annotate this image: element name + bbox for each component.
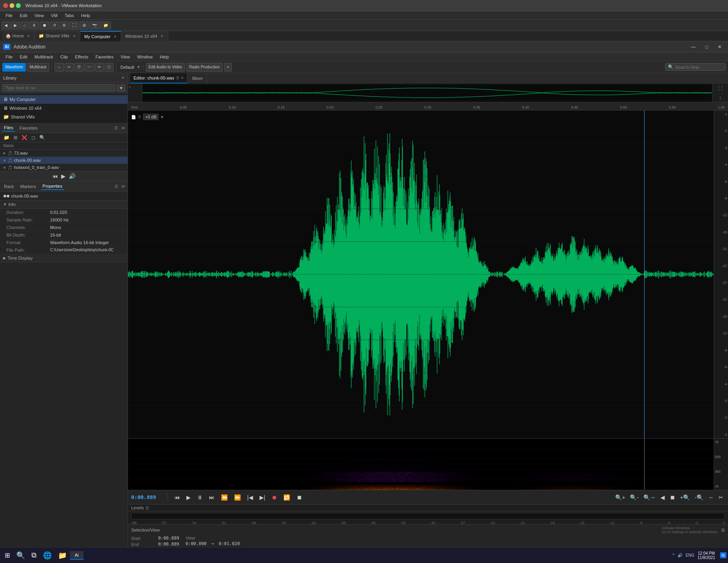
- toolbar-tool-freq[interactable]: 〰: [85, 63, 94, 72]
- props-tab-rack[interactable]: Rack: [2, 183, 15, 190]
- props-panel-menu[interactable]: ☰: [114, 184, 118, 188]
- transport-zoom-in2[interactable]: +🔍: [678, 493, 691, 501]
- minimize-dot[interactable]: [10, 3, 14, 8]
- sidebar-item-win10[interactable]: 🖥 Windows 10 x64: [0, 104, 128, 113]
- scroll-icon[interactable]: ↕: [719, 95, 722, 100]
- taskbar-systray-expand[interactable]: ^: [673, 553, 675, 557]
- waveform-canvas[interactable]: [128, 111, 714, 438]
- tab-win10-close[interactable]: ✕: [161, 34, 164, 38]
- editor-tab-mixer[interactable]: Mixer: [189, 73, 207, 83]
- library-search-input[interactable]: [2, 84, 116, 91]
- prev-btn[interactable]: ⏮: [52, 173, 58, 179]
- toolbar-tool-time[interactable]: ⏱: [74, 63, 84, 72]
- transport-stop-zoom[interactable]: ⏹: [668, 493, 677, 501]
- vm-tb-back[interactable]: ◀: [2, 21, 10, 29]
- volume-btn[interactable]: 🔊: [69, 173, 76, 179]
- taskbar-taskview-icon[interactable]: ⧉: [28, 549, 40, 561]
- transport-punch[interactable]: ⏹: [295, 493, 304, 501]
- transport-rewind[interactable]: ⏪: [219, 493, 229, 501]
- window-controls[interactable]: [3, 3, 21, 8]
- toolbar-multitrack-btn[interactable]: Multitrack: [27, 63, 49, 72]
- files-panel-expand[interactable]: ≫: [121, 126, 125, 130]
- files-tb-new[interactable]: 📁: [2, 134, 11, 141]
- sidebar-item-shared-vms[interactable]: 📁 Shared VMs: [0, 113, 128, 121]
- vm-menu-edit[interactable]: Edit: [17, 12, 31, 19]
- tab-win10[interactable]: Windows 10 x64 ✕: [121, 31, 168, 41]
- props-tab-markers[interactable]: Markers: [19, 183, 38, 190]
- spectrogram-canvas[interactable]: [128, 439, 714, 490]
- transport-zoom-out2[interactable]: -🔍: [693, 493, 705, 501]
- vm-tb-snapshot[interactable]: 📷: [89, 21, 100, 29]
- toolbar-edit-audio-video-btn[interactable]: Edit Audio to Video: [146, 63, 185, 72]
- toolbar-waveform-btn[interactable]: Waveform: [2, 63, 26, 72]
- transport-prev[interactable]: |◀: [246, 493, 255, 501]
- tab-my-computer-close[interactable]: ✕: [114, 35, 117, 39]
- tab-shared-vms[interactable]: 📁 Shared VMs ✕: [35, 31, 80, 41]
- taskbar-lang-indicator[interactable]: ENG: [685, 553, 694, 557]
- transport-zoom-full[interactable]: ↔: [707, 493, 715, 501]
- transport-record[interactable]: ⏺: [270, 493, 279, 501]
- props-section-time-display[interactable]: ▶ Time Display: [0, 254, 128, 262]
- fit-icon[interactable]: ⛶: [718, 86, 722, 91]
- transport-next[interactable]: ▶|: [258, 493, 267, 501]
- vm-menu-file[interactable]: File: [2, 12, 16, 19]
- transport-zoom-out[interactable]: 🔍-: [628, 493, 640, 501]
- toolbar-more-btn[interactable]: »: [224, 63, 232, 72]
- aud-menu-favorites[interactable]: Favorites: [92, 54, 116, 60]
- taskbar-search-icon[interactable]: 🔍: [13, 549, 28, 561]
- aud-minimize-btn[interactable]: —: [688, 43, 699, 50]
- transport-clip[interactable]: ✂: [717, 493, 725, 501]
- vm-tb-home[interactable]: ⌂: [21, 21, 29, 29]
- transport-zoom-in[interactable]: 🔍+: [614, 493, 627, 501]
- notification-badge[interactable]: Ie: [720, 552, 726, 558]
- transport-play[interactable]: ▶: [185, 493, 192, 501]
- search-input[interactable]: [675, 65, 723, 70]
- levels-menu[interactable]: ☰: [145, 506, 149, 510]
- aud-menu-effects[interactable]: Effects: [72, 54, 91, 60]
- overview-canvas[interactable]: [142, 85, 712, 101]
- vm-tb-suspend[interactable]: ⏸: [29, 21, 39, 29]
- transport-loop[interactable]: 🔁: [282, 493, 292, 501]
- tab-shared-vms-close[interactable]: ✕: [73, 34, 76, 38]
- vm-tb-fullscreen[interactable]: ⛶: [70, 21, 79, 29]
- taskbar-edge-icon[interactable]: 🌐: [40, 549, 55, 561]
- files-panel-menu[interactable]: ☰: [114, 126, 118, 130]
- toolbar-tool-marquee[interactable]: ⬡: [105, 63, 114, 72]
- taskbar-audition-app[interactable]: Ai: [70, 551, 83, 560]
- editor-tab-chunk00[interactable]: Editor: chunk-00.wav ☰ ✕: [130, 73, 188, 83]
- editor-tab-chunk00-menu[interactable]: ☰: [176, 76, 179, 80]
- sel-view-menu[interactable]: ☰: [721, 528, 725, 532]
- library-search-btn[interactable]: ▼: [117, 85, 125, 91]
- start-button[interactable]: ⊞: [2, 550, 13, 561]
- vm-tb-unity[interactable]: ⊞: [80, 21, 89, 29]
- props-panel-expand[interactable]: ≫: [121, 184, 125, 188]
- sidebar-item-my-computer[interactable]: 🖥 My Computer: [0, 95, 128, 104]
- aud-menu-file[interactable]: File: [2, 54, 16, 60]
- vm-menu-vm[interactable]: VM: [48, 12, 61, 19]
- toolbar-tool-draw[interactable]: ✏: [95, 63, 104, 72]
- play-btn[interactable]: ▶: [61, 173, 66, 179]
- transport-pause[interactable]: ⏸: [196, 493, 204, 501]
- taskbar-explorer-icon[interactable]: 📁: [55, 549, 70, 561]
- library-close-btn[interactable]: ✕: [121, 76, 124, 80]
- transport-skip-end[interactable]: ⏭: [207, 493, 216, 501]
- file-item-hotword[interactable]: ◆ 🎵 hotword_0_train_0.wav: [0, 164, 128, 171]
- maximize-dot[interactable]: [16, 3, 21, 8]
- transport-scroll-left[interactable]: ◀: [659, 493, 666, 501]
- tab-my-computer[interactable]: My Computer ✕: [80, 31, 121, 41]
- taskbar-volume-icon[interactable]: 🔊: [678, 553, 682, 557]
- files-tab-files[interactable]: Files: [2, 124, 15, 132]
- files-tb-delete[interactable]: ❌: [20, 134, 29, 141]
- toolbar-radio-production-btn[interactable]: Radio Production: [186, 63, 223, 72]
- vm-tb-restart[interactable]: ↺: [50, 21, 59, 29]
- vm-tb-forward[interactable]: ▶: [11, 21, 20, 29]
- overview-wave-container[interactable]: [142, 85, 712, 101]
- files-tb-grid[interactable]: ⊞: [12, 134, 19, 141]
- transport-fastfwd[interactable]: ⏩: [232, 493, 242, 501]
- clock[interactable]: 12:04 PM11/8/2021: [697, 551, 715, 560]
- vm-tb-settings[interactable]: ⚙: [60, 21, 69, 29]
- aud-menu-view[interactable]: View: [117, 54, 133, 60]
- vm-tb-power[interactable]: ⏹: [40, 21, 49, 29]
- vm-tb-manager[interactable]: 📁: [101, 21, 111, 29]
- tab-home-close[interactable]: ✕: [27, 34, 30, 38]
